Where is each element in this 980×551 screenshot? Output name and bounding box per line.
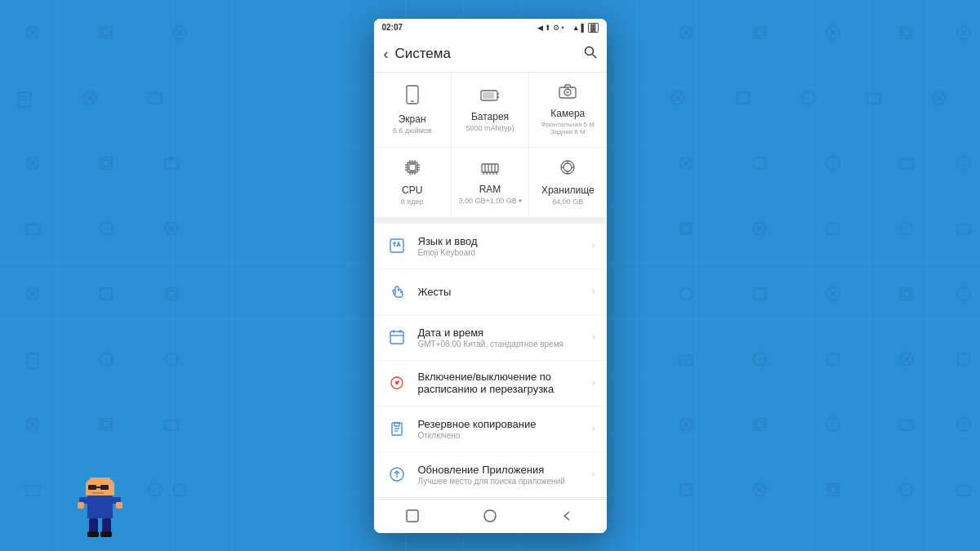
camera-label: Камера	[550, 108, 585, 119]
menu-item-lab[interactable]: Лаборатория ›	[374, 498, 607, 499]
battery-sub: 5000 mAh(typ)	[466, 124, 514, 132]
svg-point-62	[826, 157, 840, 170]
gestures-text: Жесты	[418, 286, 592, 298]
appupdate-icon	[385, 463, 408, 486]
svg-point-64	[957, 157, 970, 170]
back-button[interactable]: ‹	[384, 46, 395, 63]
info-row-1: Экран 6.6 дюймов Батарея 5000 mAh(typ)	[374, 73, 607, 148]
svg-point-110	[165, 353, 178, 366]
backup-text: Резервное копирование Отключено	[418, 418, 592, 440]
svg-point-129	[585, 47, 593, 56]
screen-icon	[404, 85, 421, 109]
svg-rect-123	[78, 502, 84, 509]
svg-rect-57	[174, 484, 185, 495]
svg-point-80	[957, 287, 970, 300]
language-text: Язык и ввод Emoji Keyboard	[418, 235, 592, 257]
menu-item-schedule[interactable]: Включение/выключение по расписанию и пер…	[374, 361, 607, 407]
phone-frame: 02:07 ◀ ⬆ ⚙ • ▲ ▌ ▓ ‹ Система	[374, 19, 607, 533]
datetime-title: Дата и время	[418, 327, 592, 339]
svg-point-82	[753, 353, 766, 366]
datetime-sub: GMT+08:00 Китай, стандартное время	[418, 340, 592, 349]
svg-rect-171	[390, 331, 403, 344]
backup-icon	[385, 417, 408, 440]
camera-cell[interactable]: Камера Фронтальная 5 МЗадняя 8 М	[529, 73, 606, 147]
ram-icon	[481, 160, 499, 179]
home-square-button[interactable]	[396, 500, 429, 532]
menu-item-backup[interactable]: Резервное копирование Отключено ›	[374, 407, 607, 452]
svg-rect-27	[149, 94, 162, 104]
menu-item-datetime[interactable]: Дата и время GMT+08:00 Китай, стандартно…	[374, 315, 607, 361]
storage-cell[interactable]: Хранилище 64,00 GB	[529, 148, 606, 217]
menu-item-gestures[interactable]: Жесты ›	[374, 269, 607, 315]
svg-rect-111	[165, 420, 178, 430]
svg-rect-72	[957, 224, 970, 234]
status-time: 02:07	[382, 23, 403, 32]
camera-sub: Фронтальная 5 МЗадняя 8 М	[541, 121, 595, 136]
svg-rect-31	[737, 92, 749, 104]
back-triangle-button[interactable]	[551, 500, 584, 532]
appupdate-text: Обновление Приложения Лучшее место для п…	[418, 464, 592, 486]
bottom-nav	[374, 499, 607, 533]
wifi-icon: ▲	[572, 24, 580, 32]
svg-point-95	[957, 418, 970, 431]
svg-rect-81	[679, 355, 693, 365]
svg-rect-120	[87, 495, 113, 518]
svg-line-130	[592, 55, 596, 59]
menu-item-appupdate[interactable]: Обновление Приложения Лучшее место для п…	[374, 452, 607, 498]
svg-rect-42	[26, 224, 39, 234]
svg-point-73	[679, 287, 693, 300]
datetime-text: Дата и время GMT+08:00 Китай, стандартно…	[418, 327, 592, 349]
svg-point-32	[802, 91, 815, 104]
svg-rect-124	[116, 502, 122, 509]
screen-sub: 6.6 дюймов	[393, 127, 432, 135]
battery-big-icon	[480, 87, 500, 106]
language-title: Язык и ввод	[418, 235, 592, 247]
ram-label: RAM	[479, 184, 501, 195]
pixel-character	[78, 478, 122, 539]
svg-rect-63	[900, 159, 913, 169]
menu-item-language[interactable]: Язык и ввод Emoji Keyboard ›	[374, 224, 607, 269]
menu-section: Язык и ввод Emoji Keyboard › Жесты	[374, 224, 607, 499]
svg-rect-48	[27, 353, 38, 368]
svg-rect-74	[754, 288, 765, 300]
camera-icon	[559, 84, 577, 103]
nav-bar: ‹ Система	[374, 37, 607, 73]
storage-icon	[559, 159, 576, 180]
backup-title: Резервное копирование	[418, 418, 592, 430]
cpu-cell[interactable]: CPU 8 ядер	[374, 148, 452, 217]
ram-sub: 3,00 GB+1,00 GB •	[459, 197, 522, 205]
svg-rect-104	[165, 159, 178, 169]
gestures-icon	[385, 280, 408, 303]
schedule-title: Включение/выключение по расписанию и пер…	[418, 371, 592, 395]
svg-rect-87	[958, 353, 969, 365]
home-circle-button[interactable]	[474, 500, 506, 532]
storage-sub: 64,00 GB	[552, 198, 583, 206]
ram-cell[interactable]: RAM 3,00 GB+1,00 GB •	[452, 148, 529, 217]
svg-rect-92	[756, 421, 763, 428]
battery-cell[interactable]: Батарея 5000 mAh(typ)	[452, 73, 529, 147]
svg-rect-119	[92, 492, 104, 494]
svg-point-102	[900, 483, 913, 496]
gestures-title: Жесты	[418, 286, 592, 298]
gestures-arrow: ›	[592, 286, 595, 297]
svg-rect-128	[100, 531, 112, 537]
appupdate-arrow: ›	[592, 469, 595, 480]
screen-label: Экран	[399, 113, 426, 125]
svg-point-139	[566, 91, 569, 94]
screen-cell[interactable]: Экран 6.6 дюймов	[374, 73, 452, 147]
svg-point-165	[564, 163, 572, 171]
status-bar: 02:07 ◀ ⬆ ⚙ • ▲ ▌ ▓	[374, 19, 607, 37]
datetime-icon	[385, 326, 408, 349]
schedule-arrow: ›	[592, 377, 595, 389]
svg-point-191	[484, 510, 496, 522]
svg-point-43	[100, 222, 113, 235]
svg-rect-33	[867, 94, 880, 104]
svg-rect-55	[26, 486, 39, 495]
cpu-label: CPU	[402, 184, 422, 196]
appupdate-title: Обновление Приложения	[418, 464, 592, 476]
backup-arrow: ›	[592, 423, 595, 434]
svg-rect-79	[903, 291, 910, 297]
search-button[interactable]	[584, 46, 597, 62]
dot-icon: •	[561, 24, 564, 32]
info-row-2: CPU 8 ядер	[374, 148, 607, 217]
